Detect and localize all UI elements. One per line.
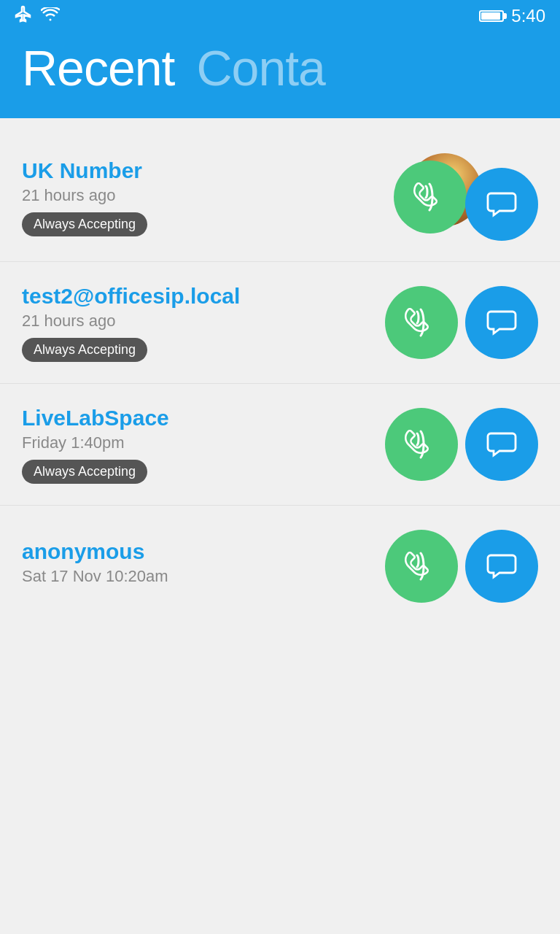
call-button[interactable] xyxy=(385,286,458,359)
airplane-icon xyxy=(15,5,32,27)
call-button[interactable] xyxy=(394,161,467,234)
time-display: 5:40 xyxy=(511,6,545,26)
contact-actions xyxy=(378,526,538,606)
contact-actions xyxy=(378,404,538,485)
contact-info: UK Number 21 hours ago Always Accepting xyxy=(22,158,392,236)
chat-button[interactable] xyxy=(465,286,538,359)
list-item: LiveLabSpace Friday 1:40pm Always Accept… xyxy=(0,384,560,506)
contact-name: anonymous xyxy=(22,539,378,564)
contact-name: UK Number xyxy=(22,158,392,183)
call-button[interactable] xyxy=(385,530,458,603)
accepting-badge: Always Accepting xyxy=(22,212,147,236)
contact-info: anonymous Sat 17 Nov 10:20am xyxy=(22,539,378,593)
status-bar: 5:40 xyxy=(0,0,560,32)
status-right: 5:40 xyxy=(479,6,545,26)
contact-time: Friday 1:40pm xyxy=(22,433,378,452)
tab-recent[interactable]: Recent xyxy=(22,39,174,96)
contact-actions xyxy=(378,282,538,363)
accepting-badge: Always Accepting xyxy=(22,460,147,484)
contact-actions xyxy=(392,153,538,241)
chat-button[interactable] xyxy=(465,408,538,481)
battery-icon xyxy=(479,10,504,22)
chat-button[interactable] xyxy=(465,168,538,241)
tab-contacts[interactable]: Conta xyxy=(196,39,324,96)
content-area: UK Number 21 hours ago Always Accepting xyxy=(0,118,560,641)
wifi-icon xyxy=(41,7,60,25)
accepting-badge: Always Accepting xyxy=(22,338,147,362)
list-item: UK Number 21 hours ago Always Accepting xyxy=(0,133,560,262)
status-icons-left xyxy=(15,5,60,27)
contact-time: Sat 17 Nov 10:20am xyxy=(22,567,378,586)
header: Recent Conta xyxy=(0,32,560,118)
contact-name: LiveLabSpace xyxy=(22,406,378,431)
contact-time: 21 hours ago xyxy=(22,312,378,331)
contact-info: test2@officesip.local 21 hours ago Alway… xyxy=(22,284,378,362)
chat-button[interactable] xyxy=(465,530,538,603)
contact-name: test2@officesip.local xyxy=(22,284,378,309)
contact-time: 21 hours ago xyxy=(22,186,392,205)
call-button[interactable] xyxy=(385,408,458,481)
list-item: anonymous Sat 17 Nov 10:20am xyxy=(0,506,560,627)
list-item: test2@officesip.local 21 hours ago Alway… xyxy=(0,262,560,384)
contact-info: LiveLabSpace Friday 1:40pm Always Accept… xyxy=(22,406,378,484)
